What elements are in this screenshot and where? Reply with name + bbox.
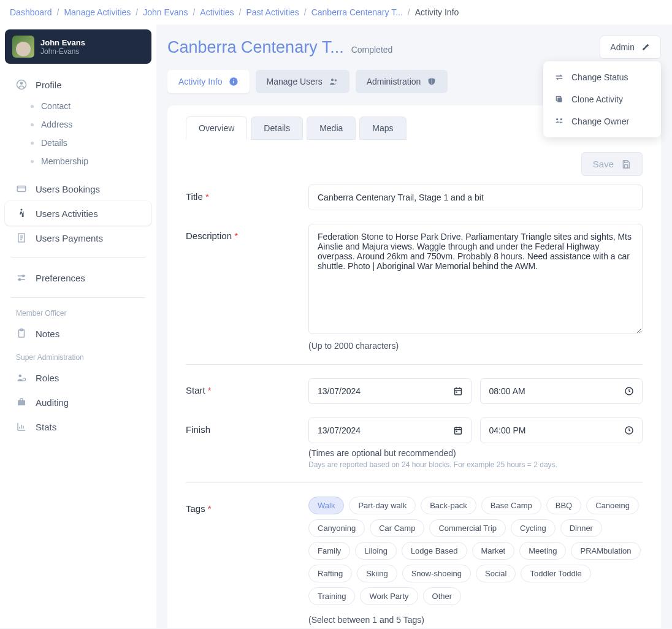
description-input[interactable]: [308, 224, 643, 334]
tag-pill[interactable]: Social: [476, 565, 516, 582]
tag-pill[interactable]: Training: [308, 587, 355, 605]
tag-pill[interactable]: Market: [472, 542, 515, 560]
swap-icon: [554, 72, 564, 82]
tag-pill[interactable]: Back-pack: [421, 497, 476, 514]
sidebar: John Evans John-Evans Profile Contact Ad…: [0, 25, 156, 628]
sidebar-item-activities[interactable]: Users Activities: [5, 201, 151, 226]
svg-point-15: [560, 118, 562, 120]
tag-pill[interactable]: Cycling: [511, 519, 556, 537]
suitcase-icon: [16, 397, 27, 408]
user-card[interactable]: John Evans John-Evans: [5, 29, 151, 64]
finish-time-input[interactable]: [480, 417, 643, 443]
sidebar-item-notes[interactable]: Notes: [5, 321, 151, 346]
inner-tab-details[interactable]: Details: [251, 116, 303, 140]
tag-pill[interactable]: Part-day walk: [349, 497, 416, 514]
tags-label: Tags *: [186, 497, 308, 514]
finish-date-input[interactable]: [308, 417, 472, 443]
sidebar-item-label: Notes: [36, 329, 59, 339]
save-button-label: Save: [593, 159, 614, 169]
tab-administration[interactable]: Administration: [356, 70, 448, 93]
inner-tab-overview[interactable]: Overview: [186, 116, 247, 140]
bullet-icon: [31, 142, 34, 145]
users-switch-icon: [554, 116, 564, 126]
tools-icon: [641, 42, 651, 52]
inner-tab-maps[interactable]: Maps: [359, 116, 406, 140]
dropdown-item-label: Change Status: [571, 72, 628, 82]
sidebar-item-preferences[interactable]: Preferences: [5, 265, 151, 290]
tag-pill[interactable]: Lodge Based: [402, 542, 467, 560]
tag-pill[interactable]: Rafting: [308, 565, 352, 582]
svg-rect-2: [17, 186, 26, 192]
sidebar-subitem-membership[interactable]: Membership: [20, 152, 151, 170]
sidebar-item-label: Preferences: [36, 273, 85, 283]
inner-tab-media[interactable]: Media: [307, 116, 356, 140]
tag-pill[interactable]: Snow-shoeing: [402, 565, 471, 582]
tag-pill[interactable]: PRAMbulation: [571, 542, 640, 560]
tab-manage-users[interactable]: Manage Users: [256, 70, 349, 93]
admin-button[interactable]: Admin: [600, 36, 661, 59]
dropdown-item-clone-activity[interactable]: Clone Activity: [543, 88, 661, 110]
tag-pill[interactable]: Canoeing: [586, 497, 639, 514]
tag-pill[interactable]: Canyoning: [308, 519, 365, 537]
sidebar-subitem-contact[interactable]: Contact: [20, 97, 151, 115]
divider: [186, 482, 643, 483]
sidebar-item-roles[interactable]: Roles: [5, 365, 151, 390]
tag-pill[interactable]: Toddler Toddle: [521, 565, 590, 582]
tag-pill[interactable]: Base Camp: [481, 497, 541, 514]
svg-point-20: [334, 79, 336, 81]
breadcrumb-link[interactable]: Manage Activities: [64, 7, 131, 17]
tag-pill[interactable]: Commercial Trip: [429, 519, 506, 537]
receipt-icon: [16, 232, 27, 243]
bullet-icon: [31, 160, 34, 163]
start-time-input[interactable]: [480, 378, 643, 404]
breadcrumb-link[interactable]: Activities: [200, 7, 234, 17]
sidebar-subitem-label: Details: [41, 138, 67, 148]
tab-label: Administration: [367, 77, 421, 86]
tag-pill[interactable]: Work Party: [360, 587, 418, 605]
tag-pill[interactable]: Other: [423, 587, 462, 605]
dropdown-item-label: Change Owner: [571, 116, 629, 126]
sidebar-item-auditing[interactable]: Auditing: [5, 390, 151, 414]
breadcrumb-link[interactable]: John Evans: [143, 7, 188, 17]
breadcrumb-separator: /: [408, 7, 410, 17]
breadcrumb-link[interactable]: Canberra Centenary T...: [311, 7, 403, 17]
sidebar-item-label: Stats: [36, 422, 56, 432]
svg-rect-11: [18, 400, 25, 405]
tag-pill[interactable]: Walk: [308, 497, 344, 514]
sidebar-item-profile[interactable]: Profile: [5, 72, 151, 97]
user-handle: John-Evans: [40, 47, 85, 56]
breadcrumb-link[interactable]: Dashboard: [10, 7, 52, 17]
sidebar-item-bookings[interactable]: Users Bookings: [5, 177, 151, 201]
chart-icon: [16, 421, 27, 432]
page-header: Canberra Centenary T... Completed Admin: [167, 36, 661, 59]
svg-point-14: [556, 118, 558, 120]
sidebar-subitem-address[interactable]: Address: [20, 115, 151, 134]
title-label: Title *: [186, 185, 308, 202]
title-input[interactable]: [308, 185, 643, 210]
tag-pill[interactable]: Skiing: [357, 565, 397, 582]
svg-rect-12: [557, 97, 562, 102]
save-button[interactable]: Save: [581, 152, 643, 176]
start-label: Start *: [186, 378, 308, 395]
overview-card: Overview Details Media Maps Save Title *: [167, 105, 661, 628]
start-date-input[interactable]: [308, 378, 472, 404]
user-circle-icon: [16, 79, 27, 90]
tab-activity-info[interactable]: Activity Info: [167, 70, 250, 93]
tag-pill[interactable]: Meeting: [519, 542, 566, 560]
sidebar-item-payments[interactable]: Users Payments: [5, 226, 151, 250]
svg-point-5: [23, 275, 25, 277]
info-icon: [229, 77, 239, 86]
save-icon: [621, 159, 631, 169]
times-hint-small: Days are reported based on 24 hour block…: [308, 460, 643, 469]
divider: [11, 257, 145, 258]
tag-pill[interactable]: Liloing: [355, 542, 397, 560]
dropdown-item-change-status[interactable]: Change Status: [543, 66, 661, 88]
dropdown-item-change-owner[interactable]: Change Owner: [543, 110, 661, 132]
sidebar-subitem-details[interactable]: Details: [20, 134, 151, 152]
tag-pill[interactable]: Car Camp: [370, 519, 424, 537]
tag-pill[interactable]: Family: [308, 542, 350, 560]
tag-pill[interactable]: BBQ: [546, 497, 581, 514]
breadcrumb-link[interactable]: Past Activities: [246, 7, 299, 17]
tag-pill[interactable]: Dinner: [560, 519, 602, 537]
sidebar-item-stats[interactable]: Stats: [5, 414, 151, 439]
